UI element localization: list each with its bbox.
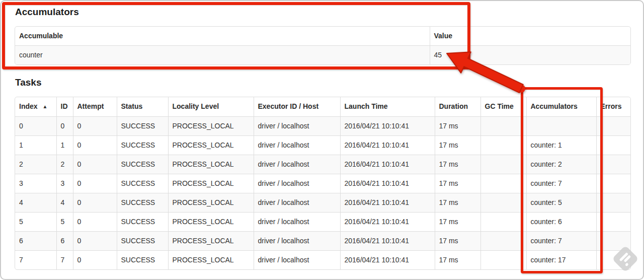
cell-gc-time — [480, 117, 526, 136]
cell-launch-time: 2016/04/21 10:10:41 — [340, 193, 435, 213]
cell-executor-id-host: driver / localhost — [254, 155, 340, 174]
cell-launch-time: 2016/04/21 10:10:41 — [340, 136, 435, 155]
table-row: counter45 — [15, 46, 630, 65]
cell-locality-level: PROCESS_LOCAL — [168, 117, 254, 136]
cell-index: 5 — [15, 213, 56, 232]
cell-attempt: 0 — [73, 193, 117, 213]
column-header-index[interactable]: Index▲ — [15, 97, 56, 117]
cell-gc-time — [480, 155, 526, 174]
column-header-status[interactable]: Status — [117, 97, 168, 117]
cell-index: 0 — [15, 117, 56, 136]
cell-id: 0 — [56, 117, 73, 136]
accumulators-table-container: AccumulableValuecounter45 — [15, 26, 631, 65]
cell-id: 5 — [56, 213, 73, 232]
cell-accumulators — [526, 117, 596, 136]
column-header-errors[interactable]: Errors — [596, 97, 630, 117]
cell-executor-id-host: driver / localhost — [254, 213, 340, 232]
cell-gc-time — [480, 174, 526, 193]
column-header-launch-time[interactable]: Launch Time — [340, 97, 435, 117]
cell-executor-id-host: driver / localhost — [254, 232, 340, 251]
cell-status: SUCCESS — [117, 213, 168, 232]
cell-accumulators: counter: 1 — [526, 136, 596, 155]
tasks-table-container: Index▲IDAttemptStatusLocality LevelExecu… — [15, 97, 631, 270]
table-row: 330SUCCESSPROCESS_LOCALdriver / localhos… — [15, 174, 630, 193]
cell-accumulators: counter: 5 — [526, 193, 596, 213]
column-header-gc-time[interactable]: GC Time — [480, 97, 526, 117]
cell-id: 6 — [56, 232, 73, 251]
cell-attempt: 0 — [73, 251, 117, 270]
cell-duration: 17 ms — [435, 155, 480, 174]
cell-errors — [596, 136, 630, 155]
page: Accumulators AccumulableValuecounter45 T… — [0, 0, 644, 280]
cell-locality-level: PROCESS_LOCAL — [168, 213, 254, 232]
cell-errors — [596, 193, 630, 213]
cell-status: SUCCESS — [117, 232, 168, 251]
cell-index: 6 — [15, 232, 56, 251]
table-row: 440SUCCESSPROCESS_LOCALdriver / localhos… — [15, 193, 630, 213]
cell-accumulators: counter: 2 — [526, 155, 596, 174]
cell-executor-id-host: driver / localhost — [254, 251, 340, 270]
cell-id: 3 — [56, 174, 73, 193]
cell-launch-time: 2016/04/21 10:10:41 — [340, 251, 435, 270]
cell-duration: 17 ms — [435, 174, 480, 193]
cell-locality-level: PROCESS_LOCAL — [168, 155, 254, 174]
cell-gc-time — [480, 251, 526, 270]
column-header-accumulable[interactable]: Accumulable — [15, 27, 430, 46]
column-header-executor-id-host[interactable]: Executor ID / Host — [254, 97, 340, 117]
cell-value: 45 — [430, 46, 630, 65]
column-header-value[interactable]: Value — [430, 27, 630, 46]
cell-id: 7 — [56, 251, 73, 270]
table-row: 770SUCCESSPROCESS_LOCALdriver / localhos… — [15, 251, 630, 270]
sort-ascending-icon: ▲ — [43, 104, 48, 109]
tasks-section-heading: Tasks — [15, 77, 41, 88]
cell-duration: 17 ms — [435, 193, 480, 213]
cell-launch-time: 2016/04/21 10:10:41 — [340, 155, 435, 174]
cell-launch-time: 2016/04/21 10:10:41 — [340, 174, 435, 193]
cell-gc-time — [480, 193, 526, 213]
column-header-attempt[interactable]: Attempt — [73, 97, 117, 117]
cell-executor-id-host: driver / localhost — [254, 193, 340, 213]
cell-id: 1 — [56, 136, 73, 155]
column-header-id[interactable]: ID — [56, 97, 73, 117]
cell-gc-time — [480, 213, 526, 232]
accumulators-table: AccumulableValuecounter45 — [15, 27, 630, 64]
cell-locality-level: PROCESS_LOCAL — [168, 251, 254, 270]
cell-errors — [596, 174, 630, 193]
cell-accumulators: counter: 6 — [526, 213, 596, 232]
table-row: 110SUCCESSPROCESS_LOCALdriver / localhos… — [15, 136, 630, 155]
cell-accumulable: counter — [15, 46, 430, 65]
cell-status: SUCCESS — [117, 174, 168, 193]
accumulators-section-heading: Accumulators — [15, 7, 79, 18]
cell-id: 2 — [56, 155, 73, 174]
cell-index: 2 — [15, 155, 56, 174]
cell-status: SUCCESS — [117, 251, 168, 270]
cell-duration: 17 ms — [435, 136, 480, 155]
table-row: 660SUCCESSPROCESS_LOCALdriver / localhos… — [15, 232, 630, 251]
cell-executor-id-host: driver / localhost — [254, 174, 340, 193]
cell-accumulators: counter: 17 — [526, 251, 596, 270]
cell-index: 3 — [15, 174, 56, 193]
cell-attempt: 0 — [73, 174, 117, 193]
cell-gc-time — [480, 232, 526, 251]
table-row: 550SUCCESSPROCESS_LOCALdriver / localhos… — [15, 213, 630, 232]
cell-duration: 17 ms — [435, 213, 480, 232]
cell-locality-level: PROCESS_LOCAL — [168, 136, 254, 155]
cell-id: 4 — [56, 193, 73, 213]
cell-status: SUCCESS — [117, 136, 168, 155]
column-header-duration[interactable]: Duration — [435, 97, 480, 117]
cell-errors — [596, 232, 630, 251]
column-header-locality-level[interactable]: Locality Level — [168, 97, 254, 117]
cell-status: SUCCESS — [117, 117, 168, 136]
cell-attempt: 0 — [73, 136, 117, 155]
cell-launch-time: 2016/04/21 10:10:41 — [340, 213, 435, 232]
cell-executor-id-host: driver / localhost — [254, 136, 340, 155]
cell-duration: 17 ms — [435, 117, 480, 136]
cell-errors — [596, 251, 630, 270]
cell-accumulators: counter: 7 — [526, 232, 596, 251]
cell-launch-time: 2016/04/21 10:10:41 — [340, 232, 435, 251]
column-header-accumulators[interactable]: Accumulators — [526, 97, 596, 117]
cell-errors — [596, 117, 630, 136]
cell-errors — [596, 213, 630, 232]
cell-attempt: 0 — [73, 155, 117, 174]
cell-attempt: 0 — [73, 232, 117, 251]
